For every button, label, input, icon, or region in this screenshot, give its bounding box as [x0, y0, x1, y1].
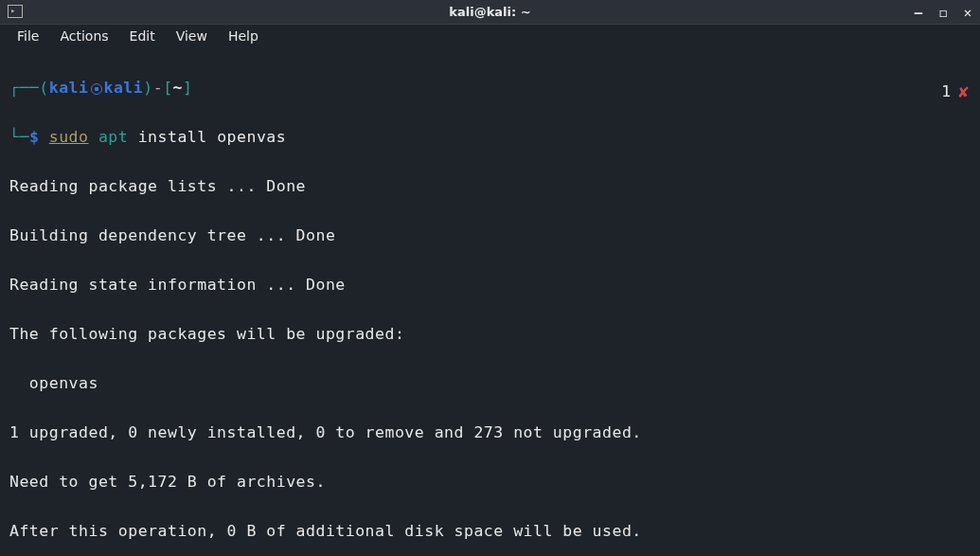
maximize-button[interactable]: ◻ [935, 4, 952, 21]
output-line: 1 upgraded, 0 newly installed, 0 to remo… [9, 421, 971, 445]
prompt-bracket-open: [ [163, 79, 172, 97]
status-count: 1 [941, 82, 951, 100]
prompt-dollar: $ [29, 128, 39, 146]
close-button[interactable]: ✕ [959, 4, 976, 21]
window-controls: — ◻ ✕ [910, 0, 976, 25]
output-line: Need to get 5,172 B of archives. [9, 470, 971, 494]
minimize-button[interactable]: — [910, 4, 927, 21]
prompt-dash: - [153, 79, 163, 97]
command-args: install openvas [128, 128, 286, 146]
prompt-corner: └─ [9, 128, 29, 146]
window-titlebar: kali@kali: ~ — ◻ ✕ [0, 0, 980, 25]
window-title: kali@kali: ~ [449, 5, 530, 19]
prompt-bracket-close: ] [183, 79, 192, 97]
terminal-output-area[interactable]: ┌──(kalikali)-[~] └─$ sudo apt install o… [0, 47, 980, 556]
output-line: The following packages will be upgraded: [9, 322, 971, 347]
output-line: Building dependency tree ... Done [9, 224, 971, 248]
output-line: Reading package lists ... Done [9, 174, 971, 199]
menubar: File Actions Edit View Help [0, 25, 980, 47]
prompt-row-1: ┌──(kalikali)-[~] [9, 76, 971, 100]
menu-view[interactable]: View [167, 27, 217, 45]
prompt-user: kali [49, 79, 89, 97]
command-apt: apt [98, 128, 128, 146]
error-x-icon: ✘ [958, 81, 969, 101]
prompt-path: ~ [173, 79, 183, 97]
terminal-app-icon [8, 5, 23, 18]
output-line: After this operation, 0 B of additional … [9, 519, 971, 544]
prompt-row-2: └─$ sudo apt install openvas [9, 125, 971, 150]
command-sudo: sudo [49, 128, 89, 146]
status-indicator: 1 ✘ [941, 81, 969, 101]
prompt-host: kali [104, 79, 144, 97]
menu-help[interactable]: Help [219, 27, 268, 45]
menu-file[interactable]: File [8, 27, 48, 45]
menu-actions[interactable]: Actions [50, 27, 117, 45]
menu-edit[interactable]: Edit [120, 27, 165, 45]
output-line: Reading state information ... Done [9, 273, 971, 297]
prompt-decorator: ┌──( [9, 79, 49, 97]
output-line: openvas [9, 371, 971, 396]
kali-logo-icon [91, 83, 102, 95]
prompt-decorator-close: ) [143, 79, 152, 97]
